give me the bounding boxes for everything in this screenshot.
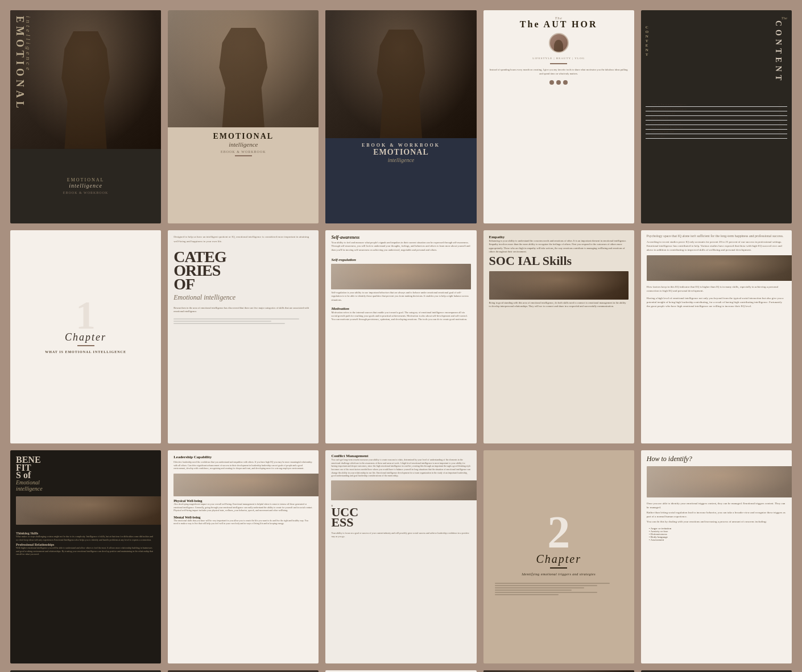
card-chapter-2: 2 Chapter Identifying emotional triggers… xyxy=(483,450,634,663)
social-skills-body: Being in good standing with this area of… xyxy=(489,301,629,309)
card-toc: The CONTENT CONTENT What is Emotional In… xyxy=(641,10,792,223)
card-author: The The AUT HOR LIFESTYLE | BEAUTY | VLO… xyxy=(483,10,634,223)
toc-label-4: Ready Your EI xyxy=(651,117,668,119)
conflict-title: Conflict Management xyxy=(331,454,470,458)
author-bio: Instead of spending hours every month on… xyxy=(483,66,634,78)
author-subtitle: LIFESTYLE | BEAUTY | VLOG xyxy=(483,55,634,61)
chapter-1-number: 1 xyxy=(76,300,96,331)
main-grid: EMOTIONAL intelligence EMOTIONAL intelli… xyxy=(0,0,802,672)
success-body: Your ability to focus on a goal or succe… xyxy=(325,530,476,539)
card-social-skills: Empathy Enhancing is your ability to und… xyxy=(483,230,634,443)
chapter-1-word: Chapter xyxy=(65,331,106,343)
how-identify-body2: Rather than letting social regulation le… xyxy=(647,511,786,518)
vertical-subtitle: intelligence xyxy=(25,16,32,72)
cover-tagline: EMOTIONAL xyxy=(67,177,105,182)
cover-script: intelligence xyxy=(69,182,102,189)
thinking-body: What makes or stops challenging a status… xyxy=(16,535,155,541)
card2-subtitle: intelligence xyxy=(172,141,314,148)
social-icon-2 xyxy=(556,80,561,85)
vertical-title: EMOTIONAL xyxy=(14,16,26,111)
card2-title: EMOTIONAL xyxy=(172,132,314,141)
toc-page-3: 10 xyxy=(779,112,782,115)
leadership-title: Leadership Capability xyxy=(173,455,313,459)
toc-item-5: Developing Our Emotions16 xyxy=(646,121,787,125)
cover-sub: EBOOK & WORKBOOK xyxy=(63,191,109,194)
physical-body: Also developing magnificent impact on yo… xyxy=(173,503,313,512)
toc-label-7: Mastering Your Self xyxy=(651,130,674,133)
psychology-body: According to recent studies prove IQ onl… xyxy=(647,240,786,252)
categories-body: Researchers in the area of emotional int… xyxy=(168,304,319,317)
card3-title: EBOOK & WORKBOOK xyxy=(330,143,472,148)
toc-page-4: 13 xyxy=(779,117,782,119)
toc-item-7: Mastering Your Self22 xyxy=(646,130,787,134)
self-regulation-title: Self-regulation xyxy=(331,258,470,262)
toc-item-1: What is Emotional Intelligence03 xyxy=(646,102,787,107)
card-benefits: BENEFITS of Emotionalintelligence Thinki… xyxy=(10,450,161,663)
author-avatar xyxy=(549,33,569,53)
toc-item-3: Discovering Your EI10 xyxy=(646,111,787,116)
social-icon-1 xyxy=(549,80,554,85)
card-categories: Designed to help us have an intelligent … xyxy=(168,230,319,443)
card-how-identify: How to identify? Once you are able to id… xyxy=(641,450,792,663)
card-ebook-workbook: EBOOK & WORKBOOK EMOTIONAL intelligence xyxy=(325,10,476,223)
toc-label-1: What is Emotional Intelligence xyxy=(651,103,687,106)
relationships-body: With higher emotional intelligence you w… xyxy=(16,546,155,556)
chapter-2-subtitle: Identifying emotional triggers and strat… xyxy=(516,570,601,578)
categories-intro: Designed to help us have an intelligent … xyxy=(173,235,313,243)
toc-page-7: 22 xyxy=(779,130,782,133)
author-title: The AUT HOR xyxy=(488,20,630,28)
toc-label-8: Understand xyxy=(651,135,664,138)
toc-item-8: Understand25 xyxy=(646,134,787,139)
mental-body: The emotional skills that you have will … xyxy=(173,519,313,525)
card-psychology: Psychology space that IQ alone isn't suf… xyxy=(641,230,792,443)
leadership-body: Effective leadership need the confidence… xyxy=(173,461,313,470)
how-identify-title: How to identify? xyxy=(647,455,786,463)
list-item-5: • Assessment xyxy=(649,538,784,541)
toc-label: CONTENT xyxy=(646,25,787,57)
card-emotional-cover: EMOTIONAL intelligence EMOTIONAL intelli… xyxy=(10,10,161,223)
toc-label-5: Developing Our Emotions xyxy=(651,121,681,124)
psychology-cont: How factors keep in this EQ indicator th… xyxy=(641,283,792,295)
self-reg-body: Self-regulation is your ability to use i… xyxy=(331,291,470,302)
benefits-subtitle: Emotionalintelligence xyxy=(16,479,155,492)
benefits-title: BENEFITS of xyxy=(16,456,155,479)
toc-page-1: 03 xyxy=(779,103,782,106)
how-identify-body: Once you are able to identify your emoti… xyxy=(647,501,786,509)
toc-item-2: Identifying Emotional Triggers07 xyxy=(646,107,787,111)
psychology-intro: Psychology space that IQ alone isn't suf… xyxy=(647,234,786,238)
card-leadership: Leadership Capability Effective leadersh… xyxy=(168,450,319,663)
psychology-cont2: Having a high level of emotional intelli… xyxy=(641,295,792,309)
card-self-awareness: Self-awareness Your ability to feel and … xyxy=(325,230,476,443)
card3-sub2: intelligence xyxy=(330,157,472,163)
card3-subtitle: EMOTIONAL xyxy=(330,148,472,157)
motivation-body: Motivation refers to the internal source… xyxy=(331,311,470,322)
card-emotional-script: EMOTIONAL intelligence EBOOK & WORKBOOK xyxy=(168,10,319,223)
toc-page-5: 16 xyxy=(779,121,782,124)
card-conflict: Conflict Management You can't get long-t… xyxy=(325,450,476,663)
toc-page-6: 19 xyxy=(779,126,782,128)
toc-label-2: Identifying Emotional Triggers xyxy=(651,107,687,110)
toc-page-8: 25 xyxy=(779,135,782,138)
self-awareness-title: Self-awareness xyxy=(331,235,470,240)
toc-item-6: True Emotional Intelligence19 xyxy=(646,125,787,130)
empathy-body: Enhancing is your ability to understand … xyxy=(489,239,629,254)
toc-title-vert: CONTENT xyxy=(774,20,783,66)
card-chapter-1: 1 Chapter WHAT IS EMOTIONAL INTELLIGENCE xyxy=(10,230,161,443)
categories-big-text: CATEGORIESOF xyxy=(173,250,313,291)
chapter-1-subtitle: WHAT IS EMOTIONAL INTELLIGENCE xyxy=(39,348,132,356)
social-icons xyxy=(483,78,634,86)
success-big: UCCESS xyxy=(331,507,470,528)
how-identify-body3: You can do this by dealing with your emo… xyxy=(647,520,786,524)
card2-sub2: EBOOK & WORKBOOK xyxy=(172,150,314,154)
toc-the: The xyxy=(646,16,787,20)
categories-subtitle: Emotional intelligence xyxy=(173,293,313,302)
motivation-title: Motivation xyxy=(331,306,470,311)
toc-page-2: 07 xyxy=(779,107,782,110)
toc-label-6: True Emotional Intelligence xyxy=(651,126,683,128)
conflict-body: You can't get long-term results increase… xyxy=(331,458,470,478)
social-skills-big: SOC IAL Skills xyxy=(489,256,629,267)
chapter-2-number: 2 xyxy=(547,514,570,550)
toc-label-3: Discovering Your EI xyxy=(651,112,675,115)
toc-item-4: Ready Your EI13 xyxy=(646,116,787,121)
self-awareness-body: Your ability to feel and measure what pe… xyxy=(331,240,470,253)
